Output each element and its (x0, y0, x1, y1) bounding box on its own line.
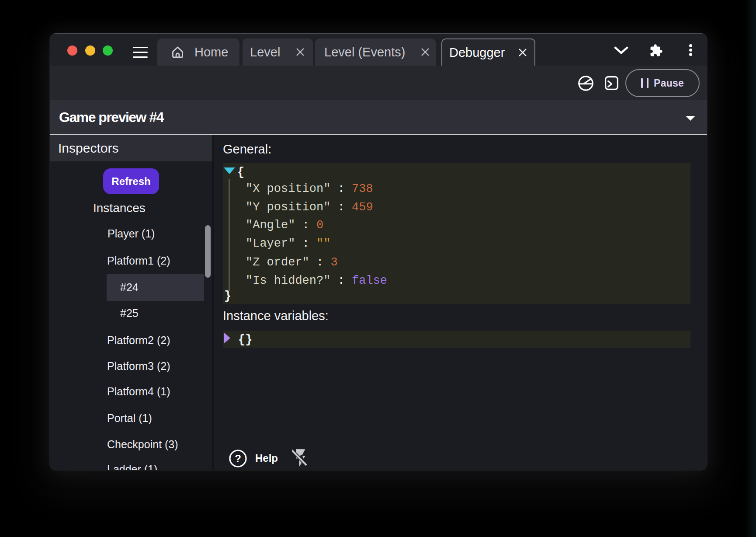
svg-text:?: ? (235, 453, 241, 464)
